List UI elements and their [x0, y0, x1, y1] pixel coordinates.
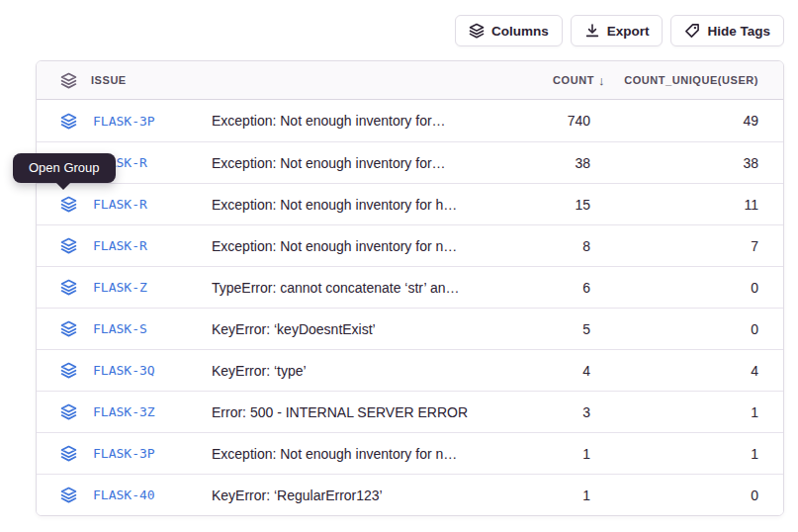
- issue-message: KeyError: ‘keyDoesntExist’: [212, 321, 498, 337]
- count-unique-value: 4: [605, 363, 783, 379]
- sort-desc-icon: ↓: [598, 73, 605, 88]
- table-row: FLASK-Z TypeError: cannot concatenate ‘s…: [37, 266, 783, 308]
- count-value: 740: [498, 113, 605, 129]
- count-value: 6: [498, 280, 605, 296]
- columns-button-label: Columns: [491, 24, 549, 39]
- count-value: 1: [498, 446, 605, 462]
- count-unique-value: 38: [605, 155, 783, 171]
- issue-id-link[interactable]: FLASK-Z: [93, 280, 147, 295]
- hide-tags-button-label: Hide Tags: [707, 24, 770, 39]
- issue-cell: FLASK-3Q: [37, 362, 212, 379]
- issue-id-link[interactable]: FLASK-3P: [93, 446, 155, 461]
- count-unique-value: 1: [605, 446, 783, 462]
- count-unique-value: 0: [605, 488, 783, 503]
- issue-cell: FLASK-S: [37, 320, 212, 337]
- count-value: 8: [498, 238, 605, 254]
- count-unique-value: 49: [605, 113, 783, 129]
- count-value: 38: [498, 155, 605, 171]
- issue-id-link[interactable]: FLASK-40: [93, 488, 155, 502]
- count-unique-value: 11: [605, 197, 783, 213]
- count-value: 1: [498, 488, 605, 503]
- layers-icon: [469, 23, 485, 39]
- hide-tags-button[interactable]: Hide Tags: [670, 15, 784, 46]
- layers-icon: [60, 72, 77, 89]
- open-group-layers-icon[interactable]: [60, 320, 77, 337]
- issue-message: Exception: Not enough inventory for h…: [212, 197, 498, 213]
- issue-cell: FLASK-3P: [37, 113, 212, 130]
- open-group-layers-icon[interactable]: [60, 403, 77, 420]
- issue-message: KeyError: ‘RegularError123’: [212, 488, 498, 503]
- count-value: 4: [498, 363, 605, 379]
- issue-cell: FLASK-3Z: [37, 403, 212, 420]
- table-row: FLASK-40 KeyError: ‘RegularError123’ 1 0: [37, 474, 783, 515]
- table-row: FLASK-R Exception: Not enough inventory …: [37, 183, 783, 224]
- table-row: FLASK-3Q KeyError: ‘type’ 4 4: [37, 349, 783, 391]
- table-row: FLASK-S KeyError: ‘keyDoesntExist’ 5 0: [37, 308, 783, 349]
- open-group-layers-icon[interactable]: [60, 237, 77, 254]
- issue-id-link[interactable]: FLASK-R: [93, 197, 147, 212]
- count-value: 5: [498, 321, 605, 337]
- column-header-issue: ISSUE: [37, 72, 212, 89]
- issue-message: Error: 500 - INTERNAL SERVER ERROR: [212, 404, 498, 420]
- open-group-layers-icon[interactable]: [60, 487, 77, 503]
- count-unique-value: 0: [605, 321, 783, 337]
- tooltip-text: Open Group: [29, 160, 100, 175]
- table-body: FLASK-3P Exception: Not enough inventory…: [37, 100, 783, 515]
- open-group-layers-icon[interactable]: [60, 196, 77, 213]
- column-header-count[interactable]: COUNT ↓: [498, 73, 605, 88]
- open-group-layers-icon[interactable]: [60, 113, 77, 130]
- open-group-layers-icon[interactable]: [60, 279, 77, 296]
- table-row: FLASK-R Exception: Not enough inventory …: [37, 224, 783, 266]
- open-group-layers-icon[interactable]: [60, 445, 77, 462]
- count-value: 3: [498, 404, 605, 420]
- issue-cell: FLASK-R: [37, 196, 212, 213]
- issue-cell: FLASK-40: [37, 487, 212, 503]
- table-row: FLASK-3P Exception: Not enough inventory…: [37, 432, 783, 474]
- issue-id-link[interactable]: FLASK-3Q: [93, 363, 155, 378]
- download-icon: [584, 23, 600, 39]
- open-group-layers-icon[interactable]: [60, 362, 77, 379]
- columns-button[interactable]: Columns: [455, 15, 563, 46]
- count-unique-value: 1: [605, 404, 783, 420]
- column-header-issue-label: ISSUE: [91, 74, 127, 86]
- count-unique-value: 7: [605, 238, 783, 254]
- toolbar: Columns Export Hide Tags: [455, 15, 784, 46]
- issue-id-link[interactable]: FLASK-R: [93, 238, 147, 253]
- issue-id-link[interactable]: FLASK-S: [93, 321, 147, 336]
- table-row: FLASK-3P Exception: Not enough inventory…: [37, 100, 783, 141]
- tooltip: Open Group: [13, 153, 116, 183]
- export-button[interactable]: Export: [571, 15, 664, 46]
- results-table: ISSUE COUNT ↓ COUNT_UNIQUE(USER) FLASK-3…: [36, 60, 784, 516]
- issue-cell: FLASK-R: [37, 237, 212, 254]
- column-header-count-unique-label: COUNT_UNIQUE(USER): [624, 74, 758, 86]
- export-button-label: Export: [607, 24, 650, 39]
- issue-id-link[interactable]: FLASK-3P: [93, 114, 155, 129]
- tag-icon: [684, 23, 700, 39]
- table-row: FLASK-R Exception: Not enough inventory …: [37, 141, 783, 183]
- issue-message: Exception: Not enough inventory for n…: [212, 446, 498, 462]
- count-unique-value: 0: [605, 280, 783, 296]
- column-header-count-label: COUNT: [553, 74, 594, 86]
- table-header-row: ISSUE COUNT ↓ COUNT_UNIQUE(USER): [37, 61, 783, 100]
- table-row: FLASK-3Z Error: 500 - INTERNAL SERVER ER…: [37, 391, 783, 432]
- issue-cell: FLASK-3P: [37, 445, 212, 462]
- issue-cell: FLASK-Z: [37, 279, 212, 296]
- issue-message: Exception: Not enough inventory for…: [212, 113, 498, 129]
- count-value: 15: [498, 197, 605, 213]
- issue-id-link[interactable]: FLASK-3Z: [93, 404, 155, 419]
- column-header-count-unique[interactable]: COUNT_UNIQUE(USER): [605, 74, 783, 86]
- issue-message: Exception: Not enough inventory for n…: [212, 238, 498, 254]
- issue-message: Exception: Not enough inventory for…: [212, 155, 498, 171]
- issue-message: KeyError: ‘type’: [212, 363, 498, 379]
- issue-message: TypeError: cannot concatenate ‘str’ an…: [212, 280, 498, 296]
